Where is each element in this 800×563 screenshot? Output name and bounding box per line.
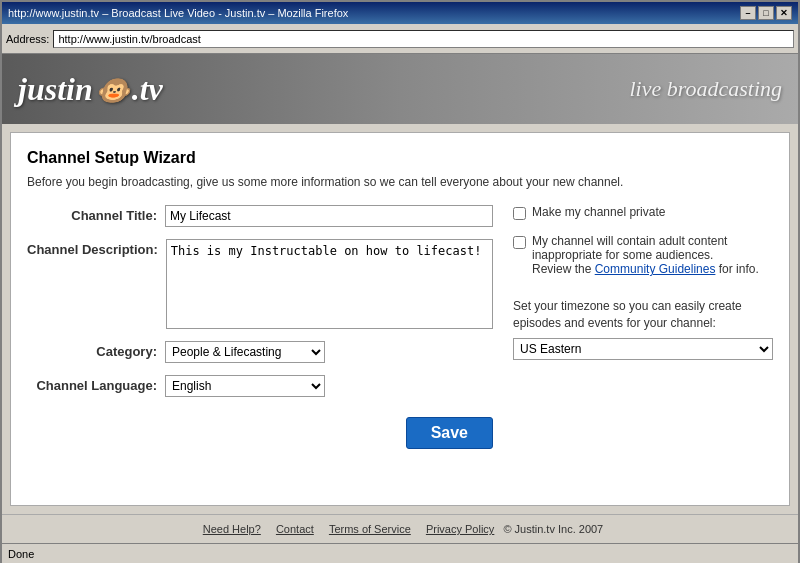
- channel-language-label: Channel Language:: [27, 375, 157, 393]
- logo-text: justin🐵.tv: [18, 71, 163, 108]
- browser-toolbar: Address:: [2, 24, 798, 54]
- address-label: Address:: [6, 33, 49, 45]
- close-button[interactable]: ✕: [776, 6, 792, 20]
- adult-label-2: inappropriate for some audiences.: [532, 248, 713, 262]
- adult-label-4: for info.: [715, 262, 758, 276]
- copyright-text: © Justin.tv Inc. 2007: [503, 523, 603, 535]
- adult-label-1: My channel will contain adult content: [532, 234, 727, 248]
- timezone-select[interactable]: US Eastern US Central US Mountain US Pac…: [513, 338, 773, 360]
- adult-content-checkbox[interactable]: [513, 236, 526, 249]
- category-row: Category: Arts & Entertainment Gaming Ne…: [27, 341, 493, 363]
- site-tagline: live broadcasting: [629, 76, 782, 102]
- content-area: Channel Setup Wizard Before you begin br…: [10, 132, 790, 506]
- save-row: Save: [27, 417, 493, 449]
- terms-link[interactable]: Terms of Service: [329, 523, 411, 535]
- channel-language-select[interactable]: English Spanish French German Japanese C…: [165, 375, 325, 397]
- page-body: justin🐵.tv live broadcasting Channel Set…: [2, 54, 798, 543]
- timezone-section: Set your timezone so you can easily crea…: [513, 298, 773, 360]
- address-input[interactable]: [53, 30, 794, 48]
- channel-title-row: Channel Title:: [27, 205, 493, 227]
- privacy-link[interactable]: Privacy Policy: [426, 523, 494, 535]
- save-button[interactable]: Save: [406, 417, 493, 449]
- channel-title-label: Channel Title:: [27, 205, 157, 223]
- window-controls: – □ ✕: [740, 6, 792, 20]
- community-guidelines-link[interactable]: Community Guidelines: [595, 262, 716, 276]
- site-header: justin🐵.tv live broadcasting: [2, 54, 798, 124]
- title-bar: http://www.justin.tv – Broadcast Live Vi…: [2, 2, 798, 24]
- site-logo: justin🐵.tv: [18, 71, 163, 108]
- maximize-button[interactable]: □: [758, 6, 774, 20]
- wizard-description: Before you begin broadcasting, give us s…: [27, 175, 773, 189]
- channel-description-textarea[interactable]: This is my Instructable on how to lifeca…: [166, 239, 493, 329]
- need-help-link[interactable]: Need Help?: [203, 523, 261, 535]
- private-channel-checkbox[interactable]: [513, 207, 526, 220]
- status-text: Done: [8, 548, 34, 560]
- adult-content-label: My channel will contain adult content in…: [532, 234, 759, 276]
- adult-label-3: Review the: [532, 262, 595, 276]
- channel-description-row: Channel Description: This is my Instruct…: [27, 239, 493, 329]
- timezone-label: Set your timezone so you can easily crea…: [513, 298, 773, 332]
- form-layout: Channel Title: Channel Description: This…: [27, 205, 773, 489]
- category-label: Category:: [27, 341, 157, 359]
- adult-content-row: My channel will contain adult content in…: [513, 234, 773, 276]
- channel-description-label: Channel Description:: [27, 239, 158, 257]
- footer: Need Help? Contact Terms of Service Priv…: [2, 514, 798, 543]
- status-bar: Done: [2, 543, 798, 563]
- contact-link[interactable]: Contact: [276, 523, 314, 535]
- window-title: http://www.justin.tv – Broadcast Live Vi…: [8, 7, 348, 19]
- channel-language-row: Channel Language: English Spanish French…: [27, 375, 493, 397]
- private-channel-label: Make my channel private: [532, 205, 665, 219]
- minimize-button[interactable]: –: [740, 6, 756, 20]
- address-bar: Address:: [6, 30, 794, 48]
- logo-monkey-icon: 🐵: [95, 75, 130, 106]
- form-right: Make my channel private My channel will …: [513, 205, 773, 489]
- channel-title-input[interactable]: [165, 205, 493, 227]
- category-select[interactable]: Arts & Entertainment Gaming News People …: [165, 341, 325, 363]
- wizard-title: Channel Setup Wizard: [27, 149, 773, 167]
- form-left: Channel Title: Channel Description: This…: [27, 205, 493, 489]
- private-channel-row: Make my channel private: [513, 205, 773, 220]
